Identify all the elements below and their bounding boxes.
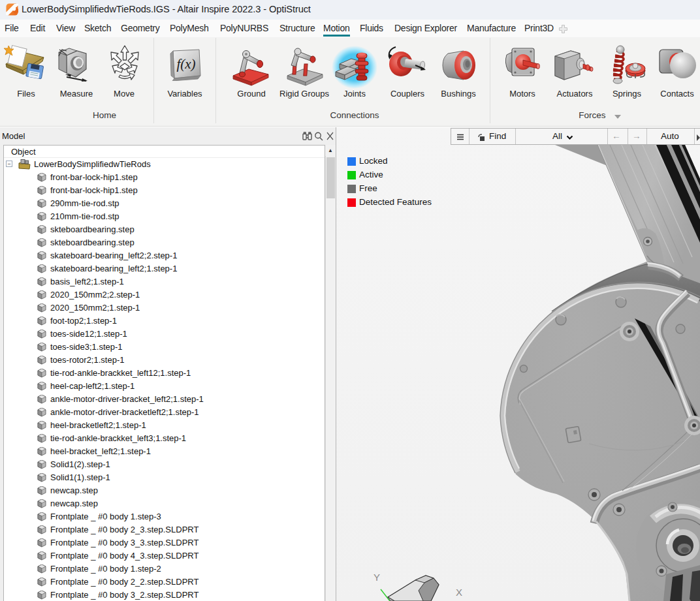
svg-text:f(x): f(x) bbox=[176, 56, 195, 72]
